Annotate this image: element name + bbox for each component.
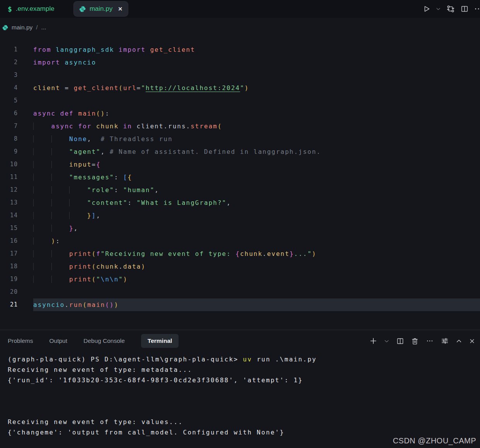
bottom-panel: ProblemsOutputDebug ConsoleTerminal — [0, 330, 480, 448]
code-line[interactable]: 16 ): — [0, 235, 480, 247]
line-number[interactable]: 12 — [0, 184, 18, 196]
line-number[interactable]: 17 — [0, 247, 18, 260]
panel-tab-problems[interactable]: Problems — [8, 337, 33, 344]
code-line[interactable]: 2import asyncio — [0, 56, 480, 69]
code-line[interactable]: 8 None, # Threadless run — [0, 133, 480, 145]
run-dropdown-chevron-icon[interactable] — [436, 6, 441, 12]
code-line[interactable]: 14 }], — [0, 209, 480, 222]
code-line[interactable]: 21asyncio.run(main()) — [0, 298, 480, 311]
close-panel-icon[interactable] — [469, 338, 475, 344]
line-number[interactable]: 18 — [0, 260, 18, 273]
split-terminal-icon[interactable] — [396, 337, 404, 345]
code-editor[interactable]: 1from langgraph_sdk import get_client2im… — [0, 37, 480, 336]
line-number[interactable]: 16 — [0, 235, 18, 247]
code-line[interactable]: 10 input={ — [0, 158, 480, 171]
more-actions-icon[interactable] — [474, 5, 480, 13]
code-line[interactable]: 17 print(f"Receiving new event of type: … — [0, 247, 480, 260]
line-number[interactable]: 1 — [0, 43, 18, 56]
panel-tab-debug-console[interactable]: Debug Console — [83, 337, 125, 344]
code-line[interactable]: 4client = get_client(url="http://localho… — [0, 82, 480, 94]
code-line[interactable]: 20 — [0, 286, 480, 298]
line-number[interactable]: 13 — [0, 196, 18, 209]
terminal-profile-chevron-icon[interactable] — [384, 338, 390, 344]
terminal-view[interactable]: (graph-pla-quick) PS D:\agent-llm\graph-… — [0, 352, 480, 438]
code-line[interactable]: 7 async for chunk in client.runs.stream( — [0, 120, 480, 133]
panel-tab-output[interactable]: Output — [49, 337, 67, 344]
panel-more-icon[interactable] — [426, 337, 434, 345]
vscode-window: $ .env.example main.py ✕ — [0, 0, 480, 448]
run-icon[interactable] — [422, 5, 431, 13]
python-icon — [2, 25, 8, 31]
terminal-line: Receiving new event of type: metadata... — [8, 365, 480, 375]
line-number[interactable]: 2 — [0, 56, 18, 69]
close-tab-icon[interactable]: ✕ — [118, 6, 123, 12]
code-line[interactable]: 19 print("\n\n") — [0, 273, 480, 286]
line-number[interactable]: 11 — [0, 171, 18, 184]
line-number[interactable]: 7 — [0, 120, 18, 133]
terminal-output: (graph-pla-quick) PS D:\agent-llm\graph-… — [8, 354, 480, 438]
open-changes-icon[interactable] — [446, 4, 455, 14]
terminal-line — [8, 396, 480, 406]
python-icon — [79, 6, 86, 12]
tab-label-env-example: .env.example — [16, 5, 54, 13]
tab-label-main-py: main.py — [90, 5, 113, 13]
watermark: CSDN @ZHOU_CAMP — [393, 436, 476, 445]
terminal-line — [8, 385, 480, 396]
split-editor-icon[interactable] — [460, 5, 469, 13]
line-number[interactable]: 21 — [0, 298, 18, 311]
terminal-line: {'run_id': '1f033b20-353c-68f4-98f3-0cd2… — [8, 375, 480, 385]
new-terminal-icon[interactable] — [369, 337, 377, 345]
kill-terminal-icon[interactable] — [411, 337, 419, 345]
line-number[interactable]: 15 — [0, 222, 18, 235]
panel-tabs: ProblemsOutputDebug ConsoleTerminal — [0, 334, 179, 348]
code-line[interactable]: 12 "role": "human", — [0, 184, 480, 196]
panel-tab-terminal[interactable]: Terminal — [141, 334, 179, 348]
panel-header: ProblemsOutputDebug ConsoleTerminal — [0, 330, 480, 352]
code-line[interactable]: 3 — [0, 69, 480, 82]
line-number[interactable]: 3 — [0, 69, 18, 82]
editor-actions — [422, 0, 480, 18]
breadcrumb: main.py / ... — [0, 18, 480, 37]
code-line[interactable]: 1from langgraph_sdk import get_client — [0, 43, 480, 56]
line-number[interactable]: 8 — [0, 133, 18, 145]
tab-env-example[interactable]: $ .env.example — [2, 2, 60, 16]
code-line[interactable]: 11 "messages": [{ — [0, 171, 480, 184]
settings-sliders-icon[interactable] — [441, 337, 449, 345]
panel-actions — [369, 337, 480, 345]
code-line[interactable]: 6async def main(): — [0, 107, 480, 120]
line-number[interactable]: 9 — [0, 145, 18, 158]
breadcrumb-file[interactable]: main.py — [12, 24, 32, 31]
shell-file-icon: $ — [8, 5, 12, 13]
line-number[interactable]: 20 — [0, 286, 18, 298]
line-number[interactable]: 4 — [0, 82, 18, 94]
tab-main-py[interactable]: main.py ✕ — [74, 2, 128, 16]
line-number[interactable]: 10 — [0, 158, 18, 171]
code-area: 1from langgraph_sdk import get_client2im… — [0, 43, 480, 311]
code-line[interactable]: 9 "agent", # Name of assistant. Defined … — [0, 145, 480, 158]
editor-tab-bar: $ .env.example main.py ✕ — [0, 0, 480, 18]
line-number[interactable]: 5 — [0, 94, 18, 107]
breadcrumb-symbol[interactable]: ... — [41, 24, 46, 31]
breadcrumb-separator: / — [36, 24, 37, 31]
code-line[interactable]: 5 — [0, 94, 480, 107]
terminal-line: {'changeme': 'output from call_model. Co… — [8, 427, 480, 438]
code-line[interactable]: 13 "content": "What is LangGraph?", — [0, 196, 480, 209]
line-number[interactable]: 14 — [0, 209, 18, 222]
code-line[interactable]: 18 print(chunk.data) — [0, 260, 480, 273]
line-number[interactable]: 19 — [0, 273, 18, 286]
terminal-line: (graph-pla-quick) PS D:\agent-llm\graph-… — [8, 354, 480, 365]
terminal-line: Receiving new event of type: values... — [8, 417, 480, 427]
code-line[interactable]: 15 }, — [0, 222, 480, 235]
line-number[interactable]: 6 — [0, 107, 18, 120]
terminal-line — [8, 406, 480, 417]
maximize-panel-icon[interactable] — [456, 338, 462, 344]
